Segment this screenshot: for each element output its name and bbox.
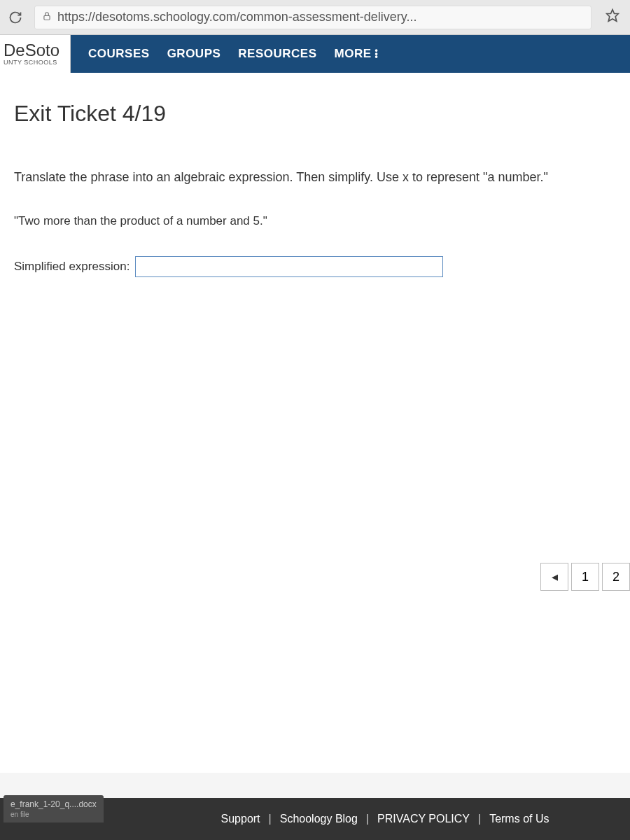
footer-privacy-link[interactable]: PRIVACY POLICY [377,813,470,825]
content-area: Exit Ticket 4/19 Translate the phrase in… [0,73,630,773]
svg-rect-0 [44,15,50,20]
footer-links: Support | Schoology Blog | PRIVACY POLIC… [81,813,550,825]
answer-row: Simplified expression: [14,256,616,277]
question-pager: ◂ 1 2 [540,563,630,591]
nav-resources[interactable]: RESOURCES [238,47,316,61]
footer-blog-link[interactable]: Schoology Blog [280,813,358,825]
answer-input[interactable] [135,256,443,277]
download-subtext: en file [10,811,97,818]
page-title: Exit Ticket 4/19 [14,101,616,127]
pager-prev-button[interactable]: ◂ [540,563,568,591]
download-filename: e_frank_1-20_q....docx [10,799,97,809]
url-input[interactable]: https://desotoms.schoology.com/common-as… [34,6,592,29]
footer-sep: | [269,813,272,825]
pager-page-1[interactable]: 1 [571,563,599,591]
logo-sub-text: UNTY SCHOOLS [4,59,59,66]
download-chip[interactable]: e_frank_1-20_q....docx en file [4,795,104,822]
footer-support-link[interactable]: Support [221,813,260,825]
browser-address-bar: https://desotoms.schoology.com/common-as… [0,0,630,35]
footer-sep: | [366,813,369,825]
top-nav: DeSoto UNTY SCHOOLS COURSES GROUPS RESOU… [0,35,630,73]
pager-page-2[interactable]: 2 [602,563,630,591]
answer-label: Simplified expression: [14,260,130,274]
question-phrase: "Two more than the product of a number a… [14,214,616,228]
favorite-icon[interactable] [602,8,623,26]
logo[interactable]: DeSoto UNTY SCHOOLS [0,35,71,73]
nav-more[interactable]: MORE ••• [335,47,379,61]
nav-items: COURSES GROUPS RESOURCES MORE ••• [71,47,378,61]
svg-marker-1 [607,10,619,22]
logo-main-text: DeSoto [4,42,59,59]
footer-sep: | [478,813,481,825]
url-text: https://desotoms.schoology.com/common-as… [57,10,417,24]
more-dots-icon: ••• [375,49,379,59]
question-instruction: Translate the phrase into an algebraic e… [14,169,616,186]
lock-icon [42,11,52,23]
nav-more-label: MORE [335,47,372,61]
nav-groups[interactable]: GROUPS [167,47,221,61]
nav-courses[interactable]: COURSES [88,47,150,61]
refresh-icon[interactable] [7,9,24,26]
footer-terms-link[interactable]: Terms of Us [489,813,549,825]
